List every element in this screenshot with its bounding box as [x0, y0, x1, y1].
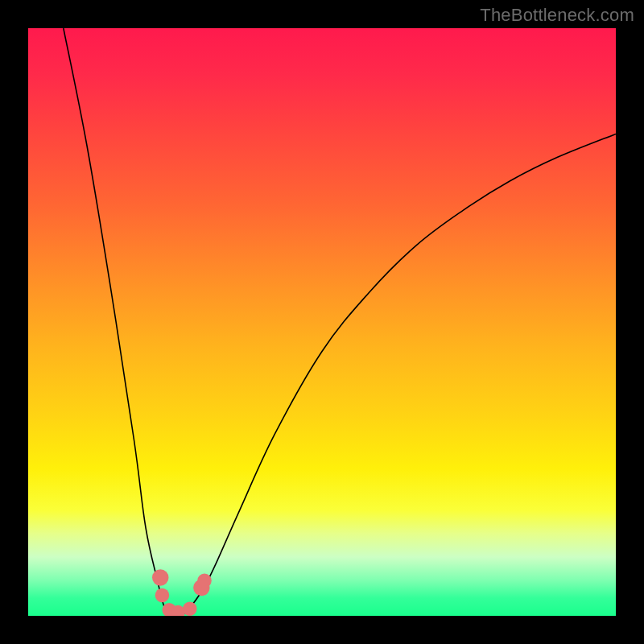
- watermark-text: TheBottleneck.com: [480, 5, 634, 26]
- curve-marker: [155, 588, 170, 603]
- plot-area: [28, 28, 616, 616]
- curve-svg: [28, 28, 616, 616]
- curve-marker: [183, 601, 197, 616]
- curve-markers: [152, 569, 212, 616]
- curve-marker: [152, 569, 168, 585]
- chart-frame: TheBottleneck.com: [0, 0, 644, 644]
- bottleneck-curve: [64, 28, 616, 616]
- curve-marker: [197, 573, 212, 588]
